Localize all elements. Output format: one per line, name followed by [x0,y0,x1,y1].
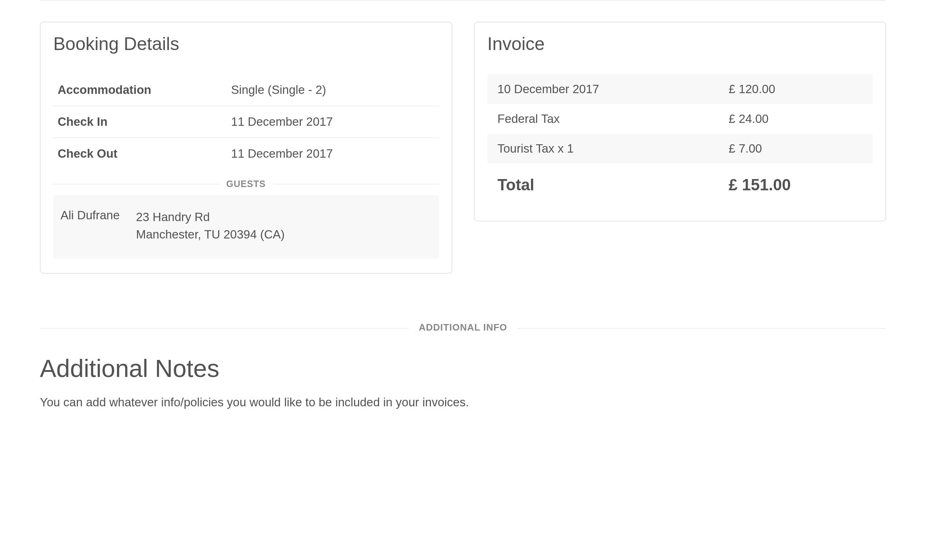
booking-details-title: Booking Details [53,33,439,54]
booking-details-table: Accommodation Single (Single - 2) Check … [53,74,439,169]
invoice-line-label: Tourist Tax x 1 [487,134,719,163]
top-divider [40,0,886,1]
invoice-line: 10 December 2017 £ 120.00 [487,74,873,104]
detail-value: 11 December 2017 [227,138,439,169]
invoice-line-amount: £ 24.00 [719,104,873,134]
invoice-line-amount: £ 120.00 [719,74,873,104]
invoice-total-label: Total [487,163,719,206]
detail-value: 11 December 2017 [227,106,439,138]
invoice-table: 10 December 2017 £ 120.00 Federal Tax £ … [487,74,873,206]
additional-info-divider: ADDITIONAL INFO [40,328,886,329]
guest-address: 23 Handry Rd Manchester, TU 20394 (CA) [136,209,284,243]
detail-label: Check Out [53,138,227,169]
booking-details-panel: Booking Details Accommodation Single (Si… [40,22,452,274]
guests-divider-label: GUESTS [219,179,273,189]
guests-divider: GUESTS [53,184,439,185]
invoice-title: Invoice [487,33,873,54]
detail-label: Accommodation [53,74,227,106]
invoice-line-amount: £ 7.00 [719,134,873,163]
additional-notes-title: Additional Notes [40,354,886,382]
additional-notes-body: You can add whatever info/policies you w… [40,395,886,409]
guest-address-line1: 23 Handry Rd [136,209,284,226]
detail-value: Single (Single - 2) [227,74,439,106]
detail-row: Check Out 11 December 2017 [53,138,439,169]
detail-row: Check In 11 December 2017 [53,106,439,138]
invoice-line-label: 10 December 2017 [487,74,719,104]
invoice-total-row: Total £ 151.00 [487,163,873,206]
detail-label: Check In [53,106,227,138]
invoice-line: Federal Tax £ 24.00 [487,104,873,134]
guest-card: Ali Dufrane 23 Handry Rd Manchester, TU … [53,195,439,259]
additional-info-divider-label: ADDITIONAL INFO [409,322,517,333]
guest-address-line2: Manchester, TU 20394 (CA) [136,226,284,243]
invoice-line-label: Federal Tax [487,104,719,134]
guest-name: Ali Dufrane [61,209,120,243]
invoice-total-amount: £ 151.00 [719,163,873,206]
invoice-panel: Invoice 10 December 2017 £ 120.00 Federa… [474,22,887,221]
detail-row: Accommodation Single (Single - 2) [53,74,439,106]
invoice-line: Tourist Tax x 1 £ 7.00 [487,134,873,163]
